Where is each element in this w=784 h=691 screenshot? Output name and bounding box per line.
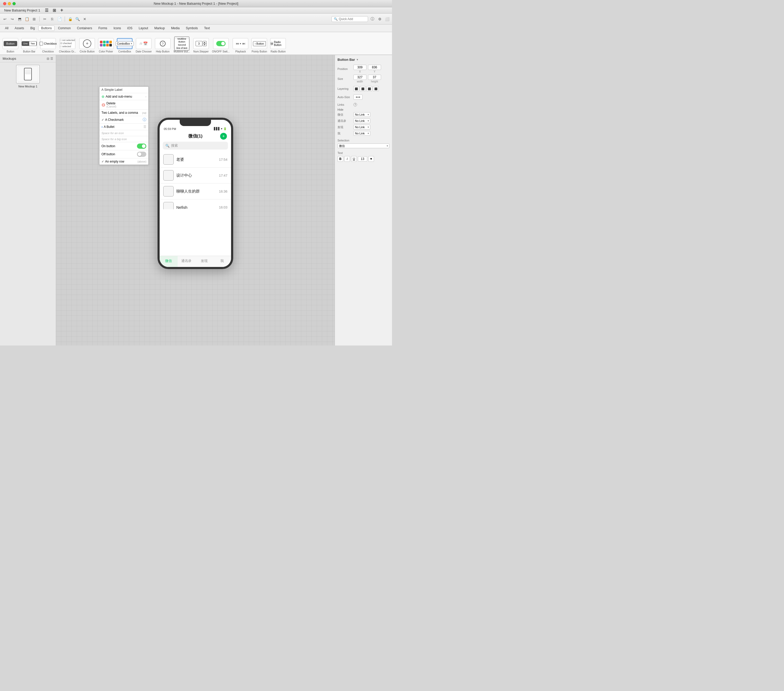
height-group: height: [368, 75, 381, 83]
tab-layout[interactable]: Layout: [136, 26, 151, 31]
auto-size-button[interactable]: ⟺: [353, 94, 362, 100]
mockup-thumbnail[interactable]: New Mockup 1: [0, 63, 56, 91]
status-time: 05:59 PM: [164, 127, 176, 130]
yup-text: yup: [142, 111, 146, 114]
tab-containers[interactable]: Containers: [74, 26, 95, 31]
comp-button[interactable]: Button Button: [3, 38, 18, 53]
undo-button[interactable]: ↩: [2, 16, 8, 22]
contact-item-0[interactable]: 老婆 17:54: [160, 152, 231, 168]
comp-help-button[interactable]: ? Help Button: [155, 38, 171, 53]
sidebar-header: Mockups ⊟ ☰: [0, 55, 56, 63]
close-button[interactable]: [3, 2, 6, 5]
tab-symbols[interactable]: Symbols: [183, 26, 201, 31]
tab-forms[interactable]: Forms: [96, 26, 110, 31]
hide-select-discover[interactable]: No Link: [353, 125, 371, 129]
tab-icons[interactable]: Icons: [110, 26, 124, 31]
sidebar-title: Mockups: [3, 57, 16, 61]
phone-title: 微信(1): [188, 133, 203, 139]
comp-num-stepper[interactable]: 3 ▲ ▼ Num.Stepper: [193, 38, 209, 53]
position-x-input[interactable]: [353, 65, 366, 70]
phone-tab-wechat[interactable]: 微信: [160, 256, 178, 267]
contact-item-1[interactable]: 设计中心 17:47: [160, 168, 231, 183]
layer-forward-button[interactable]: ⬛: [360, 86, 366, 91]
toolbar-icon-2[interactable]: 📋: [24, 16, 30, 22]
toggle-on[interactable]: [137, 143, 146, 149]
canvas[interactable]: A Simple Label ⊕ Add and sub-menu › ⊖ De…: [56, 55, 334, 345]
redo-button[interactable]: ↪: [9, 16, 15, 22]
comp-playback[interactable]: ⏮ ▶ ⏭ Playback: [233, 38, 248, 53]
layer-back-button[interactable]: ⬛: [373, 86, 379, 91]
comp-onoff-switch-label: ON/OFF Swit...: [212, 50, 230, 53]
comp-date-chooser-icon: / / 📅: [136, 38, 152, 49]
hide-select-me[interactable]: No Link: [353, 131, 371, 136]
phone-tab-contacts[interactable]: 通讯录: [178, 256, 196, 267]
toolbar-icon-copy[interactable]: ⎘: [49, 16, 55, 22]
toolbar-icon-1[interactable]: ⬒: [17, 16, 22, 22]
comp-radio-button[interactable]: Radio Button Radio Button: [270, 38, 286, 53]
selection-select[interactable]: 微信: [338, 143, 389, 148]
comp-date-chooser[interactable]: / / 📅 Date Chooser: [136, 38, 152, 53]
links-help-icon[interactable]: ?: [353, 103, 357, 106]
comp-pointy-button[interactable]: ‹ Button Pointy Button: [251, 38, 267, 53]
tab-text[interactable]: Text: [201, 26, 213, 31]
underline-button[interactable]: U: [351, 156, 357, 162]
menu-add[interactable]: +: [59, 7, 65, 14]
hide-select-contacts[interactable]: No Link: [353, 119, 371, 123]
toolbar-icon-expand[interactable]: ⬜: [384, 16, 390, 22]
menu-grid[interactable]: ⊞: [51, 7, 58, 13]
comp-onoff-switch[interactable]: ON/OFF Swit...: [212, 38, 230, 53]
sidebar-icon-view[interactable]: ⊟: [47, 57, 49, 61]
tab-assets[interactable]: Assets: [12, 26, 27, 31]
phone-search-bar[interactable]: 🔍 搜索: [163, 142, 228, 150]
maximize-button[interactable]: [13, 2, 16, 5]
tab-big[interactable]: Big: [27, 26, 38, 31]
toolbar-icon-paste[interactable]: 📄: [57, 16, 63, 22]
phone-tab-discover[interactable]: 发现: [195, 256, 213, 267]
panel-caret[interactable]: ▼: [356, 58, 359, 61]
menu-hamburger[interactable]: ☰: [43, 7, 50, 13]
contact-item-2[interactable]: 聊聊人生的群 16:36: [160, 183, 231, 200]
list-row-checkmark: ✓ A Checkmark ⓘ: [99, 116, 148, 124]
toggle-off[interactable]: [137, 152, 146, 157]
tab-media[interactable]: Media: [168, 26, 183, 31]
comp-checkbox-group[interactable]: □ not selected☑ checked□ selected Checkb…: [59, 38, 76, 53]
comp-checkbox[interactable]: Checkbox Checkbox: [40, 38, 56, 53]
height-input[interactable]: [368, 75, 381, 80]
hide-select-wechat[interactable]: No Link: [353, 112, 371, 117]
toolbar-icon-lock[interactable]: 🔒: [67, 16, 73, 22]
tab-buttons[interactable]: Buttons: [38, 26, 55, 31]
tab-ios[interactable]: iOS: [124, 26, 135, 31]
contact-item-3[interactable]: Nefish 16:03: [160, 200, 231, 209]
tab-common[interactable]: Common: [55, 26, 74, 31]
layer-front-button[interactable]: ⬛: [353, 86, 359, 91]
comp-circle-button[interactable]: + Circle Button: [79, 38, 95, 53]
sidebar-icon-list[interactable]: ☰: [50, 57, 53, 61]
quick-add-bar[interactable]: 🔍: [331, 16, 368, 22]
toolbar-icon-cut[interactable]: ✂: [42, 16, 48, 22]
position-y-input[interactable]: [368, 65, 381, 70]
comp-button-bar[interactable]: One Two Tri Button Bar: [21, 38, 37, 53]
quick-add-input[interactable]: [339, 17, 365, 21]
bold-button[interactable]: B: [338, 156, 343, 162]
minimize-button[interactable]: [8, 2, 11, 5]
checkmark-text: A Checkmark: [105, 118, 124, 122]
toolbar-icon-search[interactable]: 🔍: [74, 16, 80, 22]
toolbar-icon-help[interactable]: ⓘ: [370, 16, 375, 22]
phone-tab-me[interactable]: 我: [213, 256, 231, 267]
italic-button[interactable]: i: [344, 156, 350, 162]
tab-markup[interactable]: Markup: [152, 26, 168, 31]
width-input[interactable]: [353, 75, 366, 80]
autosize-label: Auto-Size: [338, 96, 352, 99]
toolbar-icon-close[interactable]: ✕: [82, 16, 87, 22]
comp-combobox[interactable]: ComboBox ▼ ComboBox: [117, 38, 132, 53]
toolbar-icon-3[interactable]: ⊞: [31, 16, 37, 22]
font-size-input[interactable]: [358, 156, 367, 162]
toolbar-icon-settings[interactable]: ⚙: [377, 16, 383, 22]
tab-all[interactable]: All: [2, 26, 11, 31]
comp-multiline-button[interactable]: Multiline ButtonSecond line of text Mult…: [174, 38, 190, 53]
menu-app[interactable]: New Balsamiq Project 1: [2, 8, 42, 13]
font-size-arrow[interactable]: ▼: [368, 156, 374, 162]
comp-color-picker[interactable]: Color Picker: [98, 38, 114, 53]
layer-backward-button[interactable]: ⬛: [366, 86, 372, 91]
phone-add-button[interactable]: +: [220, 133, 227, 140]
